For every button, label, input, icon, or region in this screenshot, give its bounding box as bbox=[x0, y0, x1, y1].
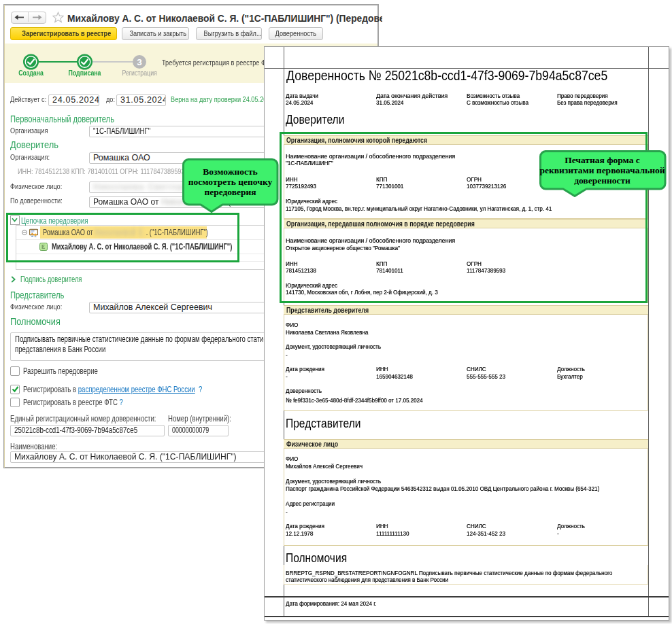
svg-text:3: 3 bbox=[137, 57, 142, 67]
